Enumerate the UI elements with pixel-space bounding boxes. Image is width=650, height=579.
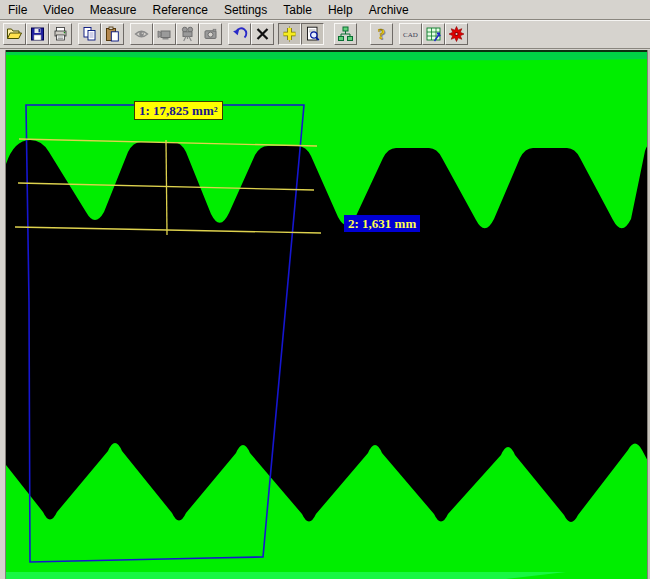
spreadsheet-icon — [425, 26, 442, 42]
menu-bar: File Video Measure Reference Settings Ta… — [0, 0, 650, 20]
settings-gear-button[interactable] — [445, 23, 468, 45]
thread-profile-scene — [6, 52, 650, 579]
undo-button[interactable] — [228, 23, 251, 45]
menu-file[interactable]: File — [0, 1, 35, 19]
live-image-button[interactable] — [130, 23, 153, 45]
print-button[interactable] — [49, 23, 72, 45]
open-folder-icon — [6, 26, 23, 42]
svg-text:?: ? — [378, 26, 386, 42]
preview-button[interactable] — [301, 23, 324, 45]
measurement-app-window: File Video Measure Reference Settings Ta… — [0, 0, 650, 579]
toolbar: ? ? CAD — [0, 20, 650, 49]
measurement-label-area[interactable]: 1: 17,825 mm² — [134, 101, 223, 120]
paste-icon — [104, 26, 121, 42]
printer-icon — [52, 26, 69, 42]
cad-label: CAD — [403, 31, 418, 39]
video-camera-icon — [156, 26, 173, 42]
video-camera-button[interactable] — [153, 23, 176, 45]
hierarchy-icon — [337, 26, 354, 42]
photo-camera-icon — [202, 26, 219, 42]
menu-video[interactable]: Video — [35, 1, 81, 19]
open-button[interactable] — [3, 23, 26, 45]
red-gear-icon — [448, 26, 465, 42]
help-button[interactable]: ? ? — [370, 23, 393, 45]
save-button[interactable] — [26, 23, 49, 45]
measurement-label-distance[interactable]: 2: 1,631 mm — [344, 215, 420, 232]
crosshair-button[interactable] — [278, 23, 301, 45]
video-viewport[interactable]: 1: 17,825 mm² 2: 1,631 mm — [0, 50, 650, 579]
menu-table[interactable]: Table — [275, 1, 320, 19]
menu-settings[interactable]: Settings — [216, 1, 275, 19]
cad-button[interactable]: CAD — [399, 23, 422, 45]
menu-reference[interactable]: Reference — [145, 1, 216, 19]
eye-icon — [133, 26, 150, 42]
export-table-button[interactable] — [422, 23, 445, 45]
magnifier-document-icon — [304, 26, 321, 42]
film-camera-icon — [179, 26, 196, 42]
menu-help[interactable]: Help — [320, 1, 361, 19]
copy-button[interactable] — [78, 23, 101, 45]
menu-archive[interactable]: Archive — [361, 1, 417, 19]
question-mark-icon: ? ? — [373, 26, 390, 42]
undo-arrow-icon — [231, 26, 248, 42]
copy-icon — [81, 26, 98, 42]
bottom-green-band — [6, 572, 566, 579]
film-camera-button[interactable] — [176, 23, 199, 45]
crosshair-icon — [281, 26, 298, 42]
delete-button[interactable] — [251, 23, 274, 45]
x-icon — [254, 26, 271, 42]
paste-button[interactable] — [101, 23, 124, 45]
menu-measure[interactable]: Measure — [82, 1, 145, 19]
cad-text-icon: CAD — [401, 26, 420, 42]
snapshot-button[interactable] — [199, 23, 222, 45]
viewport-top-edge — [6, 50, 650, 52]
floppy-disk-icon — [29, 26, 46, 42]
viewport-left-edge — [5, 50, 6, 579]
tree-button[interactable] — [334, 23, 357, 45]
